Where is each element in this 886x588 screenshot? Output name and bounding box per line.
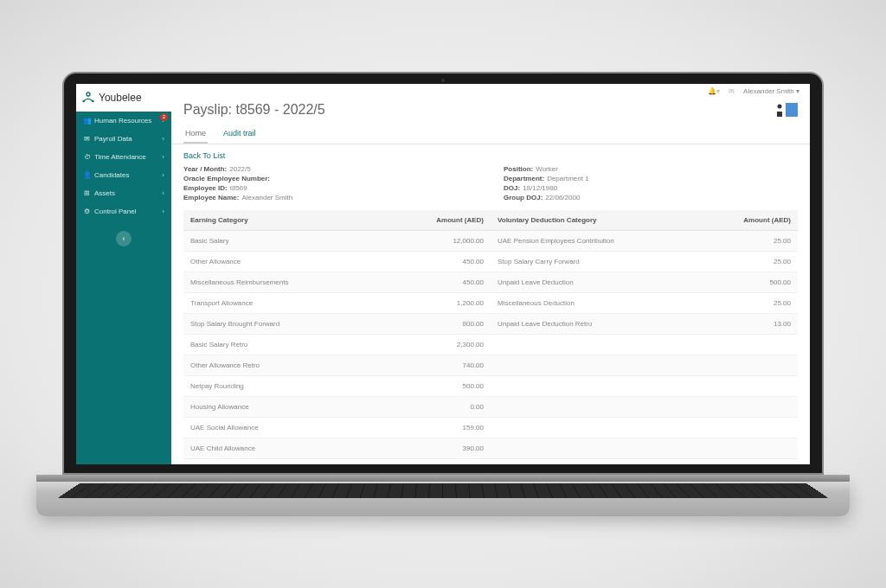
earning-amount: 390.00 [382,438,491,459]
earning-amount: 740.00 [382,355,491,376]
earning-amount: 500.00 [382,376,491,397]
earning-category: Transport Allowance [183,293,382,314]
deduction-amount [700,335,798,355]
earning-category: Housing Allowance [183,397,382,418]
employee-details: Year / Month: 2022/5 Position: Worker Or… [183,165,798,201]
nav-list: 👥Human Resources›2✉Payroll Data›⏱Time At… [76,112,171,220]
sidebar-item-control-panel[interactable]: ⚙Control Panel› [76,202,171,220]
deduction-category: Miscellaneous Deduction [491,293,700,314]
header-actions [775,103,798,117]
tab-audit-trail[interactable]: Audit trail [222,125,258,144]
payslip-tables: Earning Category Amount (AED) Basic Sala… [183,210,798,459]
employee-icon[interactable] [775,103,784,117]
detail-employee-name: Employee Name: Alexander Smith [183,194,478,201]
table-row: Housing Allowance0.00 [183,397,491,418]
table-row: Unpaid Leave Deduction Retro13.00 [491,314,798,335]
chevron-right-icon: › [162,189,164,197]
deduction-category [491,438,700,459]
earning-category: Stop Salary Brought Forward [183,314,382,335]
detail-doj: DOJ: 18/12/1980 [504,184,798,192]
nav-label: Human Resources [94,117,151,125]
chevron-right-icon: › [162,171,164,179]
sidebar-item-assets[interactable]: ⊞Assets› [76,184,171,202]
mail-icon[interactable]: ✉ [729,87,735,95]
earning-amount: 1,200.00 [382,293,491,314]
deduction-amount [700,438,798,459]
notification-icon[interactable]: 🔔▾ [708,87,720,95]
earnings-table: Earning Category Amount (AED) Basic Sala… [183,210,491,459]
nav-label: Candidates [94,171,129,179]
earning-category: Miscellaneous Reimbursements [183,272,382,293]
table-row: Stop Salary Brought Forward800.00 [183,314,491,335]
detail-oracle-number: Oracle Employee Number: [183,175,478,182]
deduction-category: Unpaid Leave Deduction Retro [491,314,700,335]
deduction-amount [700,418,798,438]
sidebar-item-payroll-data[interactable]: ✉Payroll Data› [76,130,171,148]
screen-bezel: Youbelee 👥Human Resources›2✉Payroll Data… [62,72,824,475]
logo[interactable]: Youbelee [76,84,171,112]
nav-icon: 👥 [83,117,91,125]
keyboard [57,483,828,498]
table-row [491,335,798,355]
svg-point-3 [778,105,782,109]
deduction-amount: 25.00 [700,252,798,272]
deduction-category: Stop Salary Carry Forward [491,252,700,272]
table-row: Transport Allowance1,200.00 [183,293,491,314]
deduction-category [491,397,700,418]
table-row [491,397,798,418]
deduction-category [491,376,700,397]
nav-label: Control Panel [94,208,136,215]
table-row: Basic Salary12,000.00 [183,231,491,252]
deduction-category [491,418,700,438]
table-row: UAE Pension Employees Contribution25.00 [491,231,798,252]
deduction-amount: 500.00 [700,272,798,293]
app-screen: Youbelee 👥Human Resources›2✉Payroll Data… [76,84,810,464]
back-to-list-link[interactable]: Back To List [183,151,798,160]
user-menu[interactable]: Alexander Smith ▾ [743,87,799,95]
table-row: Miscellaneous Reimbursements450.00 [183,272,491,293]
table-row: UAE Social Allowance159.00 [183,418,491,438]
table-row: Netpay Rounding500.00 [183,376,491,397]
nav-icon: ⚙ [83,208,91,215]
document-icon[interactable] [786,103,798,117]
content: Back To List Year / Month: 2022/5 Positi… [171,144,810,464]
earning-category: Other Allowance [183,252,382,272]
table-row [491,438,798,459]
deduction-amount: 25.00 [700,231,798,252]
deductions-header-category: Voluntary Deduction Category [491,210,700,231]
table-row: Other Allowance450.00 [183,252,491,272]
page-title: Payslip: t8569 - 2022/5 [183,102,325,118]
sidebar: Youbelee 👥Human Resources›2✉Payroll Data… [76,84,171,464]
nav-icon: 👤 [83,171,91,179]
detail-position: Position: Worker [504,165,798,173]
nav-label: Assets [94,189,115,197]
tab-home[interactable]: Home [183,125,208,144]
deductions-table: Voluntary Deduction Category Amount (AED… [491,210,798,459]
svg-point-0 [87,93,90,96]
table-row [491,418,798,438]
collapse-sidebar-button[interactable]: ‹ [116,231,132,246]
deduction-amount [700,355,798,376]
laptop-base [36,482,850,516]
earning-category: UAE Child Allowance [183,438,382,459]
tabs: Home Audit trail [171,125,810,144]
sidebar-item-human-resources[interactable]: 👥Human Resources›2 [76,112,171,130]
nav-label: Time Attendance [94,153,146,161]
camera-dot [441,79,445,82]
sidebar-item-candidates[interactable]: 👤Candidates› [76,166,171,184]
deduction-category [491,335,700,355]
table-row: Stop Salary Carry Forward25.00 [491,252,798,272]
table-row: Miscellaneous Deduction25.00 [491,293,798,314]
detail-year-month: Year / Month: 2022/5 [183,165,478,173]
table-row: Other Allowance Retro740.00 [183,355,491,376]
sidebar-item-time-attendance[interactable]: ⏱Time Attendance› [76,148,171,166]
detail-employee-id: Employee ID: t8569 [183,184,478,192]
deduction-category [491,355,700,376]
deduction-amount [700,397,798,418]
deduction-amount: 25.00 [700,293,798,314]
chevron-right-icon: › [162,153,164,161]
svg-point-1 [82,100,85,103]
nav-icon: ✉ [83,135,91,143]
nav-icon: ⏱ [83,153,91,161]
earnings-header-category: Earning Category [183,210,382,231]
